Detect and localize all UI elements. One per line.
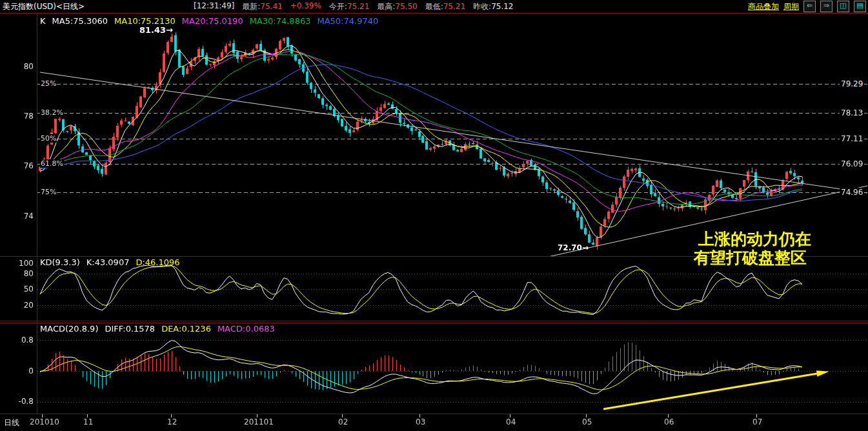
macd-title: MACD(20.8.9) [40,324,98,334]
last-label: 最新: [242,2,260,11]
macd-axis-label: 0 [4,366,34,376]
toolbar: 商品叠加 周期 ⇐ ⇒ ◫ ▤ [748,1,866,12]
open-value: 75.21 [347,2,369,11]
month-label: 201101 [244,417,274,426]
fib-level-label: 61.8% [40,159,64,168]
fib-level-label: 75% [40,188,57,196]
kd-axis-label: 50 [4,285,34,294]
fib-price-label: 77.11 [840,134,864,143]
ma5-value: MA5:75.3060 [52,16,108,26]
ma10-value: MA10:75.2130 [114,16,176,26]
fib-level-label: 50% [40,134,57,143]
analyst-note-line2: 有望打破盘整区 [694,247,807,268]
kd-k-value: K:43.0907 [86,257,130,267]
trough-price-annotation: 72.70→ [558,243,589,252]
period-label[interactable]: 日线 [4,417,19,428]
kd-axis-label: 100 [4,259,34,268]
back-arrow-button[interactable]: ⇐ [803,1,816,12]
month-label: 11 [83,417,93,426]
month-label: 04 [506,417,516,426]
month-label: 05 [582,417,592,426]
low-price: 最低:75.21 [425,1,465,12]
price-axis-label: 76 [4,161,34,170]
high-label: 最高: [377,2,395,11]
low-value: 75.21 [443,2,465,11]
main-indicator-header: K MA5:75.3060 MA10:75.2130 MA20:75.0190 … [40,16,378,26]
chart-canvas[interactable] [0,0,868,431]
trading-app-window: 美元指数(USD)<日线> [12:31:49] 最新:75.41 +0.39%… [0,0,868,431]
open-price: 今开:75.21 [329,1,369,12]
kd-d-value: D:46.1096 [136,257,179,267]
month-label: 201010 [30,417,59,426]
indicator-k-label: K [40,16,46,26]
period-menu[interactable]: 周期 [783,1,799,12]
macd-axis-label: 0.8 [4,336,34,345]
macd-indicator-header: MACD(20.8.9) DIFF:0.1578 DEA:0.1236 MACD… [40,324,275,334]
macd-dea-value: DEA:0.1236 [161,324,211,334]
prev-close: 昨收:75.12 [473,1,513,12]
month-label: 03 [416,417,425,426]
high-value: 75.50 [395,2,417,11]
kd-axis-label: 20 [4,301,34,310]
kd-title: KD(9.3.3) [40,257,80,267]
forward-arrow-button[interactable]: ⇒ [820,1,833,12]
macd-diff-value: DIFF:0.1578 [105,324,155,334]
prev-value: 75.12 [491,2,513,11]
tile-windows-button[interactable]: ◫ [837,1,849,12]
fib-level-label: 25% [40,79,57,88]
fib-price-label: 79.29 [840,79,864,88]
high-price: 最高:75.50 [377,1,417,12]
month-label: 12 [167,417,177,426]
kd-axis-label: 80 [4,269,34,278]
price-axis-label: 74 [4,212,34,221]
peak-price-annotation: 81.43→ [139,25,173,35]
kd-indicator-header: KD(9.3.3) K:43.0907 D:46.1096 [40,257,180,267]
fib-level-label: 38.2% [40,108,64,117]
low-label: 最低: [425,2,443,11]
title-bar: 美元指数(USD)<日线> [12:31:49] 最新:75.41 +0.39%… [0,0,868,13]
quote-strip: [12:31:49] 最新:75.41 +0.39% 今开:75.21 最高:7… [194,1,513,12]
fib-price-label: 78.13 [840,108,864,117]
open-label: 今开: [329,2,347,11]
ma50-value: MA50:74.9740 [317,16,378,26]
month-label: 06 [664,417,674,426]
last-value: 75.41 [260,2,282,11]
symbol-title: 美元指数(USD)<日线> [3,1,85,12]
prev-label: 昨收: [473,2,491,11]
price-axis-label: 80 [4,62,34,71]
cascade-windows-button[interactable]: ▤ [854,1,866,12]
clock: [12:31:49] [194,1,234,12]
ma30-value: MA30:74.8863 [250,16,311,26]
macd-hist-value: MACD:0.0683 [217,324,275,334]
change-percent: +0.39% [290,1,321,12]
fib-price-label: 76.09 [840,159,864,168]
last-price: 最新:75.41 [242,1,282,12]
overlay-menu[interactable]: 商品叠加 [748,1,779,12]
macd-axis-label: -0.8 [4,397,34,406]
price-axis-label: 78 [4,112,34,121]
ma20-value: MA20:75.0190 [182,16,243,26]
month-label: 02 [338,417,348,426]
fib-price-label: 74.96 [840,188,864,197]
month-label: 07 [752,417,762,426]
